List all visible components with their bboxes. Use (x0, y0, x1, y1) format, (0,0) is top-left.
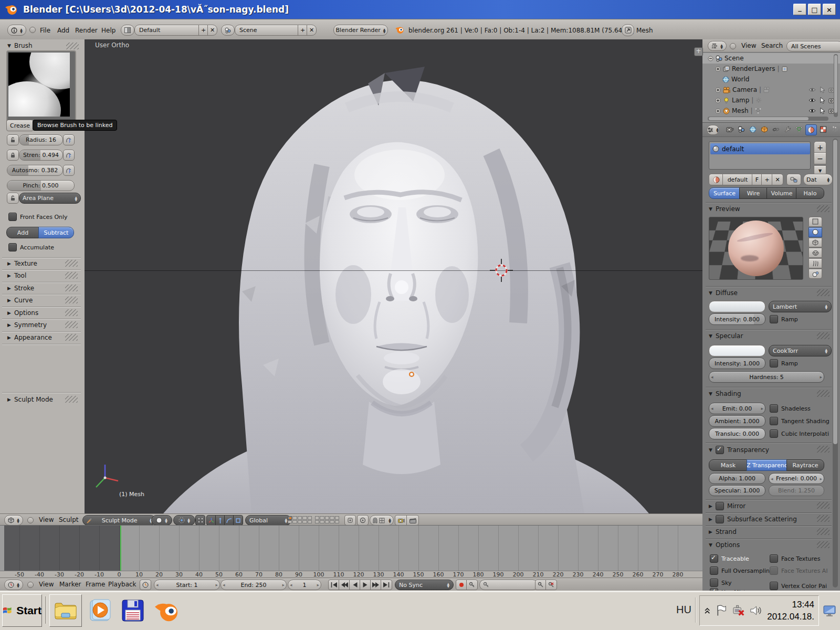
specular-intensity-slider[interactable]: Intensity: 1.000 (709, 358, 765, 369)
tray-clock[interactable]: 13:44 2012.04.18. (767, 598, 814, 623)
tab-object-data[interactable] (794, 124, 804, 134)
pinch-slider[interactable]: Pinch: 0.500 (7, 180, 75, 191)
preview-sphere-button[interactable] (808, 227, 822, 237)
specular-hardness-slider[interactable]: ◂Hardness: 5▸ (709, 371, 824, 383)
diffuse-ramp-row[interactable]: Ramp (770, 315, 798, 323)
panel-grip[interactable] (817, 528, 830, 535)
tab-render[interactable] (724, 124, 735, 134)
timeline-playback-menu[interactable]: Playback (108, 581, 136, 588)
prev-keyframe-button[interactable] (339, 580, 350, 590)
material-link-dropdown[interactable]: Dat (803, 174, 833, 185)
full-oversampling-row[interactable]: Full Oversamplin (710, 566, 770, 575)
shading-translucency-slider[interactable]: Transluc: 0.000 (709, 428, 765, 439)
strength-lock-button[interactable] (7, 150, 19, 161)
diffuse-color-swatch[interactable] (709, 301, 765, 312)
current-frame-marker[interactable] (120, 526, 121, 571)
sss-panel-header[interactable]: ▶ Subsurface Scattering (709, 515, 797, 523)
viewport-3d[interactable]: User Ortho (1) Mesh (85, 39, 702, 513)
fresnel-field[interactable]: ◂Fresnel: 0.000▸ (769, 473, 824, 484)
outliner-row-renderlayers[interactable]: RenderLayers | (702, 64, 840, 74)
tab-volume[interactable]: Volume (766, 187, 797, 199)
autokey-record-button[interactable] (456, 580, 467, 590)
visibility-eye-icon[interactable] (808, 108, 816, 114)
tangent-shading-row[interactable]: Tangent Shading (770, 417, 830, 425)
selectability-arrow-icon[interactable] (819, 97, 825, 104)
preview-hair-button[interactable] (808, 258, 822, 268)
subtract-button[interactable]: Subtract (38, 227, 74, 238)
strand-panel-header[interactable]: ▶Strand (709, 528, 737, 536)
panel-grip[interactable] (65, 272, 78, 279)
sky-checkbox[interactable] (710, 579, 718, 587)
expand-plus-icon[interactable] (715, 66, 721, 72)
outliner-row-scene[interactable]: Scene (702, 53, 840, 64)
tab-particles[interactable] (830, 124, 840, 134)
outliner-row-world[interactable]: World (702, 74, 840, 85)
language-indicator[interactable]: HU (676, 604, 691, 616)
timeline-view-menu[interactable]: View (39, 581, 54, 588)
layers-widget-2[interactable] (315, 516, 339, 523)
timeline-marker-menu[interactable]: Marker (59, 581, 81, 588)
tab-constraints[interactable] (771, 124, 781, 134)
render-opengl-anim-button[interactable] (406, 515, 419, 526)
face-textures-checkbox[interactable] (770, 554, 778, 563)
panel-sculpt-mode[interactable]: ▶Sculpt Mode (7, 396, 53, 403)
quicklaunch-explorer[interactable] (49, 594, 82, 627)
expand-plus-icon[interactable] (715, 108, 721, 114)
tab-halo[interactable]: Halo (796, 187, 824, 199)
quicklaunch-blender[interactable] (150, 594, 183, 627)
maximize-button[interactable]: □ (808, 4, 821, 15)
screen-layout-icon-button[interactable] (121, 25, 134, 36)
editor-type-button-properties[interactable] (707, 125, 719, 135)
viewport-shading-dropdown[interactable] (151, 515, 172, 526)
start-button[interactable]: Start (2, 594, 42, 627)
transparency-panel-header[interactable]: ▼ Transparency (709, 446, 769, 454)
panel-appearance[interactable]: ▶Appearance (7, 334, 52, 341)
alpha-slider[interactable]: Alpha: 1.000 (709, 473, 765, 484)
menu-collapse-icon[interactable] (27, 582, 34, 588)
tab-object[interactable] (759, 124, 770, 134)
preview-monkey-button[interactable] (808, 248, 822, 258)
mode-dropdown[interactable]: Sculpt Mode (82, 515, 156, 526)
quicklaunch-save-blend[interactable] (117, 594, 149, 627)
close-button[interactable]: × (823, 4, 836, 15)
shadeless-checkbox[interactable] (770, 404, 778, 413)
panel-stroke[interactable]: ▶Stroke (7, 285, 34, 292)
expand-plus-icon[interactable] (715, 87, 721, 93)
outliner-scope-dropdown[interactable]: All Scenes (786, 41, 840, 51)
specular-ramp-row[interactable]: Ramp (770, 359, 798, 368)
selectability-arrow-icon[interactable] (819, 87, 825, 93)
outliner-row-lamp[interactable]: Lamp | (702, 95, 840, 106)
panel-grip[interactable] (65, 334, 78, 341)
diffuse-intensity-slider[interactable]: Intensity: 0.800 (709, 313, 765, 325)
panel-grip[interactable] (65, 297, 78, 303)
editor-type-button-outliner[interactable] (708, 41, 727, 51)
cubic-interpolation-row[interactable]: Cubic Interpolati (770, 429, 829, 438)
tangent-shading-checkbox[interactable] (770, 417, 778, 425)
sky-row[interactable]: Sky (710, 579, 731, 587)
panel-grip[interactable] (66, 43, 79, 49)
add-material-slot-button[interactable]: + (814, 141, 826, 153)
scene-field[interactable]: Scene (235, 25, 303, 36)
brush-panel-header[interactable]: ▼Brush (7, 42, 33, 49)
panel-tool[interactable]: ▶Tool (7, 272, 26, 279)
panel-grip[interactable] (817, 446, 830, 453)
autosmooth-pressure-button[interactable]: F (63, 165, 75, 176)
show-desktop-button[interactable] (822, 603, 837, 618)
snap-dropdown[interactable] (370, 515, 394, 526)
add-material-user-button[interactable]: + (761, 174, 773, 185)
autosmooth-slider[interactable]: Autosmo: 0.382 (7, 165, 63, 176)
pivot-align-toggle[interactable] (195, 515, 205, 526)
shading-ambient-slider[interactable]: Ambient: 1.000 (709, 415, 765, 427)
insert-keyframe-button[interactable] (535, 580, 547, 590)
autokey-mode-button[interactable] (466, 580, 478, 590)
menu-collapse-icon[interactable] (29, 27, 36, 33)
keying-set-field[interactable] (479, 580, 538, 590)
material-name-field[interactable]: default (722, 174, 753, 185)
outliner-search-menu[interactable]: Search (761, 42, 783, 49)
screen-layout-field[interactable]: Default (134, 25, 204, 36)
diffuse-panel-header[interactable]: ▼Diffuse (709, 289, 738, 297)
brush-preview[interactable] (6, 50, 76, 123)
radius-pressure-button[interactable]: F (63, 134, 75, 145)
material-nodes-button[interactable] (786, 174, 801, 185)
delete-keyframe-button[interactable] (545, 580, 557, 590)
